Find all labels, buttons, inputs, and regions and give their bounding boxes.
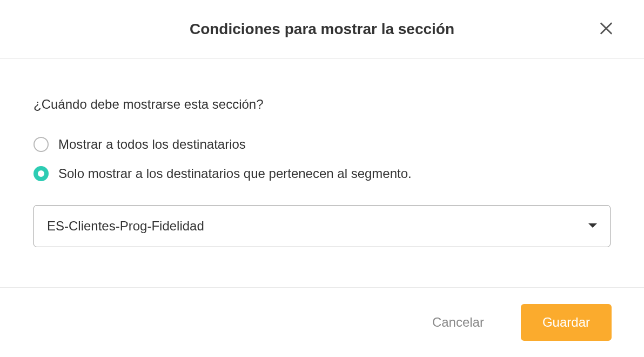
save-button[interactable]: Guardar [521,304,612,341]
segment-select[interactable]: ES-Clientes-Prog-Fidelidad [33,205,611,247]
radio-option-all[interactable]: Mostrar a todos los destinatarios [33,137,611,152]
segment-select-value: ES-Clientes-Prog-Fidelidad [47,219,204,234]
radio-group: Mostrar a todos los destinatarios Solo m… [33,137,611,181]
close-button[interactable] [594,17,618,42]
radio-option-segment[interactable]: Solo mostrar a los destinatarios que per… [33,166,611,181]
radio-option-segment-label: Solo mostrar a los destinatarios que per… [58,166,412,181]
modal-title: Condiciones para mostrar la sección [190,21,454,38]
radio-checked-icon [33,166,49,181]
radio-option-all-label: Mostrar a todos los destinatarios [58,137,246,152]
modal-footer: Cancelar Guardar [0,287,644,357]
conditions-modal: Condiciones para mostrar la sección ¿Cuá… [0,0,644,357]
cancel-button[interactable]: Cancelar [424,310,493,334]
modal-body: ¿Cuándo debe mostrarse esta sección? Mos… [0,59,644,287]
question-label: ¿Cuándo debe mostrarse esta sección? [33,97,611,112]
segment-select-wrapper: ES-Clientes-Prog-Fidelidad [33,205,611,247]
radio-unchecked-icon [33,137,49,152]
close-icon [599,21,614,38]
modal-header: Condiciones para mostrar la sección [0,0,644,59]
